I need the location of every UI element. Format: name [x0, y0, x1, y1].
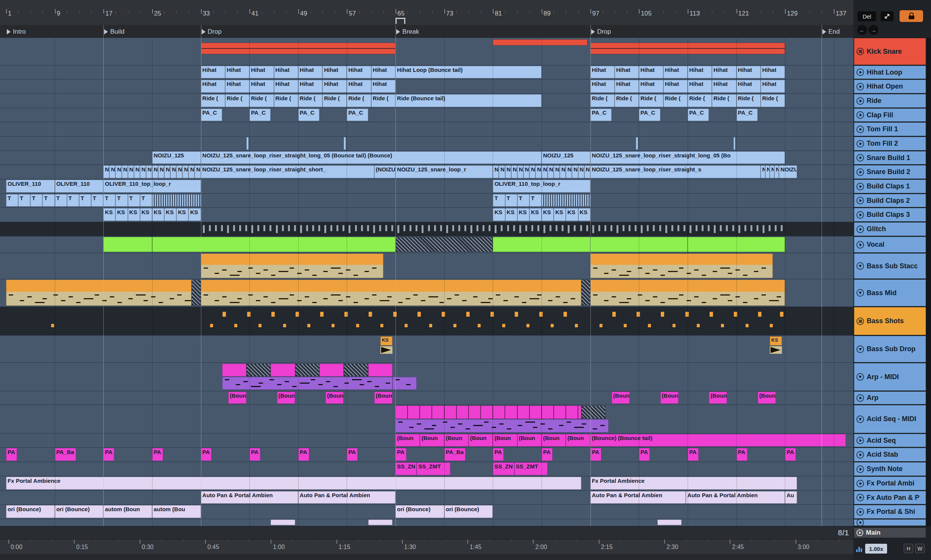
clip[interactable] [210, 324, 213, 327]
clip[interactable]: KS [176, 208, 188, 221]
track-header-synth-note[interactable]: Synth Note [854, 462, 926, 476]
locator-drop[interactable]: Drop [202, 28, 222, 36]
clip[interactable] [368, 520, 392, 525]
clip[interactable]: KS [542, 208, 554, 221]
clip[interactable]: Auto Pan & Portal Ambien [298, 491, 395, 504]
clip[interactable] [201, 280, 581, 306]
clip[interactable] [453, 324, 456, 327]
clip[interactable]: Ride ( [590, 94, 615, 107]
clip[interactable]: Hihat [590, 80, 615, 93]
clip[interactable]: N [122, 165, 128, 178]
clip[interactable] [710, 312, 713, 317]
clip[interactable] [526, 324, 529, 327]
clip[interactable]: Ride ( [298, 94, 322, 107]
clip[interactable] [539, 312, 543, 317]
clip[interactable]: PA [103, 448, 114, 461]
clip[interactable] [201, 222, 785, 235]
clip[interactable]: Hihat [249, 66, 274, 78]
clip[interactable]: PA [347, 448, 358, 461]
clip[interactable] [758, 312, 761, 317]
clip[interactable]: N [584, 165, 590, 178]
clip[interactable]: Au [785, 491, 797, 504]
clip[interactable]: T [30, 194, 42, 207]
clip[interactable]: KS [140, 208, 152, 221]
clip[interactable]: Hihat [712, 66, 736, 78]
clip[interactable]: PA_Ba [444, 448, 466, 461]
clip[interactable] [223, 312, 226, 317]
clip[interactable]: OLIVER_110_top_loop_r [493, 180, 590, 193]
clip[interactable]: N [578, 165, 584, 178]
clip[interactable] [502, 324, 505, 327]
track-header-bass-sub-drop[interactable]: Bass Sub Drop [854, 336, 926, 362]
clip[interactable]: N [765, 165, 770, 178]
clip[interactable] [564, 312, 567, 317]
clip[interactable]: N [560, 165, 566, 178]
clip[interactable] [380, 324, 383, 327]
clip[interactable]: N [566, 165, 572, 178]
track-header-tom-fill-2[interactable]: Tom Fill 2 [854, 137, 926, 150]
clip[interactable]: Hihat [225, 66, 249, 78]
clip[interactable]: Hihat [201, 66, 225, 78]
clip[interactable]: ori (Bounce) [6, 505, 55, 518]
clip[interactable]: KS [128, 208, 140, 221]
track-header-clap-fill[interactable]: Clap Fill [854, 109, 926, 121]
clip[interactable]: autom (Boun [103, 505, 152, 518]
clip[interactable] [429, 324, 432, 327]
delete-button[interactable]: Del [858, 11, 876, 21]
clip[interactable]: PA_C [736, 109, 758, 121]
clip[interactable]: PA_C [347, 109, 368, 121]
clip[interactable]: PA [785, 448, 796, 461]
clip[interactable]: Ride ( [249, 94, 274, 107]
clip[interactable]: Fx Portal Ambience [6, 477, 581, 490]
clip[interactable] [636, 137, 638, 150]
clip[interactable]: Hihat [371, 80, 395, 93]
clip[interactable]: KS [493, 208, 505, 221]
clip[interactable] [575, 324, 578, 327]
clip[interactable]: Hihat [712, 80, 736, 93]
clip[interactable]: NOIZU_125_snare_loop_riser_straight_long… [201, 151, 542, 164]
clip[interactable]: (Boun [709, 392, 727, 404]
clip[interactable]: T [128, 194, 140, 207]
clip[interactable] [201, 254, 383, 278]
clip[interactable]: T [529, 194, 542, 207]
clip[interactable]: NOIZU_125 [542, 151, 590, 164]
clip[interactable]: Hihat [274, 80, 298, 93]
clip[interactable] [356, 324, 359, 327]
clip[interactable] [307, 324, 310, 327]
clip[interactable] [271, 312, 275, 317]
clip[interactable] [332, 324, 335, 327]
clip[interactable]: Ride ( [663, 94, 688, 107]
track-header-hihat-loop[interactable]: Hihat Loop [854, 66, 926, 79]
clip[interactable]: N [770, 165, 774, 178]
clip[interactable]: N [103, 165, 109, 178]
clip[interactable]: Hihat [688, 80, 712, 93]
clip[interactable] [191, 280, 201, 306]
clip[interactable]: SS_ZN [493, 462, 514, 475]
clip[interactable]: N [164, 165, 170, 178]
clip[interactable]: N [140, 165, 146, 178]
clip[interactable]: KS [529, 208, 542, 221]
clip[interactable]: Hihat [639, 80, 663, 93]
clip[interactable]: N [182, 165, 188, 178]
clip[interactable]: N [170, 165, 176, 178]
clip[interactable]: Hihat [249, 80, 274, 93]
clip[interactable] [734, 312, 737, 317]
clip[interactable]: Ride ( [274, 94, 298, 107]
clip[interactable]: Hihat [347, 66, 371, 78]
clip[interactable]: (NOIZU [374, 165, 395, 178]
clip[interactable]: NOIZU_125 [152, 151, 201, 164]
clip[interactable]: N [109, 165, 115, 178]
clip[interactable]: Hihat [615, 66, 639, 78]
clip[interactable] [685, 312, 689, 317]
clip[interactable]: Hihat Loop (Bounce tail) [395, 66, 542, 78]
clip[interactable] [490, 312, 494, 317]
track-header-hidden[interactable] [854, 520, 926, 526]
clip[interactable] [152, 237, 395, 252]
clip[interactable] [6, 280, 191, 306]
clip[interactable] [581, 406, 606, 419]
clip[interactable]: ori (Bounce) [444, 505, 493, 518]
clip[interactable]: N [774, 165, 779, 178]
zoom-width-button[interactable]: W [915, 544, 925, 553]
clip[interactable]: PA [152, 448, 163, 461]
clip[interactable]: Ride ( [615, 94, 639, 107]
